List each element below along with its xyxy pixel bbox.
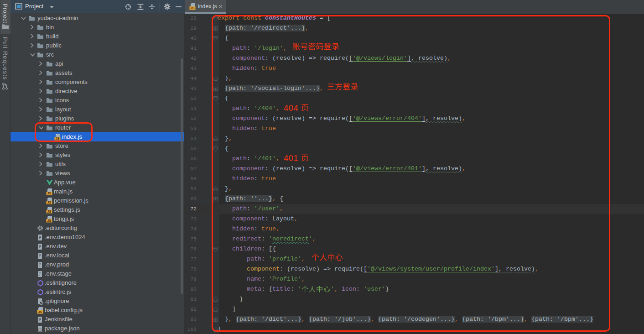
svg-text:JS: JS bbox=[47, 219, 52, 223]
svg-text:JS: JS bbox=[47, 200, 52, 204]
svg-text:JS: JS bbox=[191, 6, 195, 10]
svg-text:JS: JS bbox=[47, 191, 52, 195]
svg-text:{}: {} bbox=[38, 328, 42, 332]
svg-text:JS: JS bbox=[38, 310, 42, 314]
svg-text:JS: JS bbox=[47, 209, 52, 214]
